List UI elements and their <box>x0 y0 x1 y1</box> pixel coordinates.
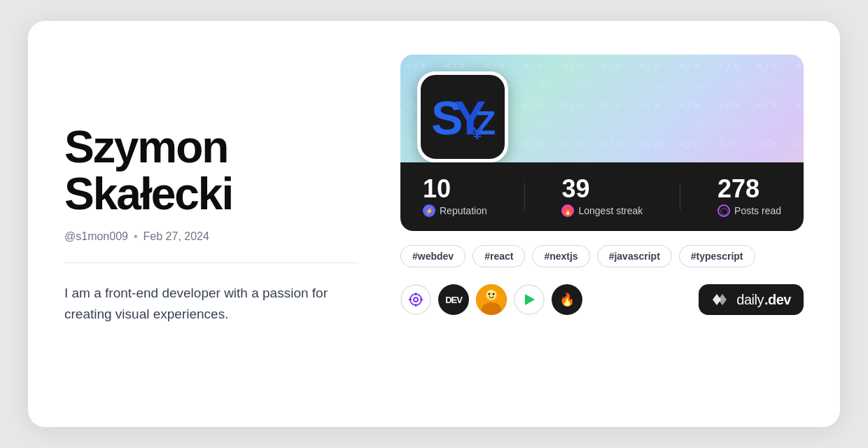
source-icons: DEV <box>400 284 582 315</box>
source-icon-crosshair[interactable] <box>400 284 431 315</box>
svg-point-17 <box>489 293 491 295</box>
svg-marker-19 <box>525 294 535 305</box>
reputation-value: 10 <box>423 176 451 202</box>
fire-icon-text: 🔥 <box>559 292 575 307</box>
daily-text-daily: daily <box>736 292 764 308</box>
tag-react[interactable]: #react <box>472 245 525 267</box>
footer-row: DEV <box>400 284 804 315</box>
avatar-logo: S Y Z ¥ <box>417 71 508 162</box>
stat-divider-1 <box>524 183 525 211</box>
tags-row: #webdev #react #nextjs #javascript #type… <box>400 245 804 267</box>
stat-reputation: 10 ⚡ Reputation <box>423 176 487 217</box>
streak-label: 🔥 Longest streak <box>561 204 643 217</box>
user-name: Szymon Skałecki <box>64 124 358 218</box>
avatar-area: S Y Z ¥ <box>400 55 804 162</box>
source-icon-fire[interactable]: 🔥 <box>552 284 582 315</box>
source-icon-avatar[interactable] <box>476 284 507 315</box>
posts-label: ◯ Posts read <box>718 204 781 217</box>
svg-point-8 <box>414 298 418 302</box>
profile-banner: </> <> S Y Z ¥ <box>400 55 804 231</box>
svg-point-7 <box>410 294 421 305</box>
daily-logo-icon <box>711 291 731 308</box>
user-meta: @s1mon009 • Feb 27, 2024 <box>64 230 358 243</box>
tag-javascript[interactable]: #javascript <box>597 245 672 267</box>
daily-logo-text: daily .dev <box>736 292 791 308</box>
join-date: Feb 27, 2024 <box>144 230 209 243</box>
profile-card: Szymon Skałecki @s1mon009 • Feb 27, 2024… <box>28 21 840 427</box>
tag-typescript[interactable]: #typescript <box>679 245 755 267</box>
stat-streak: 39 🔥 Longest streak <box>561 176 643 217</box>
posts-value: 278 <box>718 176 760 202</box>
daily-dev-logo: daily .dev <box>699 284 804 315</box>
tag-nextjs[interactable]: #nextjs <box>532 245 589 267</box>
streak-icon: 🔥 <box>561 204 574 217</box>
left-panel: Szymon Skałecki @s1mon009 • Feb 27, 2024… <box>64 55 358 393</box>
meta-dot: • <box>134 230 138 243</box>
stat-posts: 278 ◯ Posts read <box>718 176 781 217</box>
divider <box>64 262 358 263</box>
tag-webdev[interactable]: #webdev <box>400 245 465 267</box>
right-panel: </> <> S Y Z ¥ <box>400 55 804 393</box>
stats-bar: 10 ⚡ Reputation 39 🔥 Longest streak <box>400 162 804 231</box>
reputation-icon: ⚡ <box>423 204 435 217</box>
daily-text-dev: .dev <box>764 292 791 308</box>
stat-divider-2 <box>680 183 680 211</box>
svg-text:¥: ¥ <box>472 124 482 143</box>
source-icon-play[interactable] <box>514 284 545 315</box>
bio-text: I am a front-end developer with a passio… <box>64 283 358 324</box>
svg-point-18 <box>493 293 495 295</box>
posts-icon: ◯ <box>718 204 730 217</box>
source-icon-dev[interactable]: DEV <box>438 284 469 315</box>
reputation-label: ⚡ Reputation <box>423 204 487 217</box>
dev-label: DEV <box>445 295 462 305</box>
streak-value: 39 <box>561 176 589 202</box>
user-handle: @s1mon009 <box>64 230 128 243</box>
